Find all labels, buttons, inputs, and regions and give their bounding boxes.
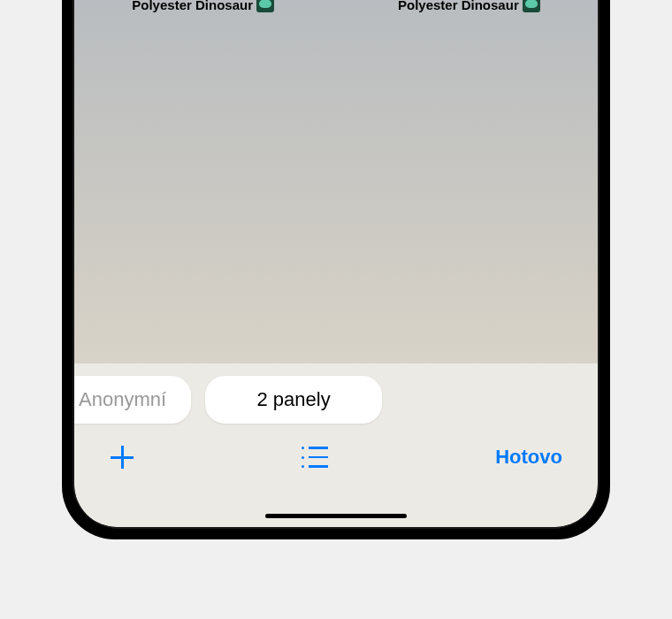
tab-count-label: 2 panely bbox=[256, 388, 330, 410]
done-button-label: Hotovo bbox=[495, 446, 562, 468]
tab-thumbnail-left[interactable]: Polyester Dinosaur bbox=[132, 0, 274, 12]
new-tab-button[interactable] bbox=[110, 445, 134, 470]
bottom-toolbar-area: Anonymní 2 panely bbox=[74, 363, 598, 527]
tabs-row: Polyester Dinosaur Polyester Dinosaur bbox=[74, 0, 598, 12]
bottom-toolbar: Hotovo bbox=[74, 424, 598, 470]
home-indicator[interactable] bbox=[265, 514, 407, 518]
private-browsing-pill[interactable]: Anonymní bbox=[74, 376, 191, 424]
phone-screen: Polyester Dinosaur Polyester Dinosaur An… bbox=[74, 0, 598, 527]
private-pill-label: Anonymní bbox=[79, 388, 166, 410]
tab-group-pills[interactable]: Anonymní 2 panely bbox=[74, 363, 549, 424]
dinosaur-favicon-icon bbox=[523, 0, 540, 12]
tab-title-left: Polyester Dinosaur bbox=[132, 0, 253, 12]
phone-frame: Polyester Dinosaur Polyester Dinosaur An… bbox=[62, 0, 610, 539]
tab-title-right: Polyester Dinosaur bbox=[398, 0, 519, 12]
phone-inner-bezel: Polyester Dinosaur Polyester Dinosaur An… bbox=[73, 0, 599, 529]
list-icon-line bbox=[302, 465, 328, 468]
tab-count-pill[interactable]: 2 panely bbox=[205, 376, 382, 424]
list-icon-line bbox=[302, 447, 328, 449]
tab-groups-list-button[interactable] bbox=[302, 447, 328, 468]
dinosaur-favicon-icon bbox=[256, 0, 274, 12]
done-button[interactable]: Hotovo bbox=[495, 446, 562, 469]
tab-thumbnail-right[interactable]: Polyester Dinosaur bbox=[398, 0, 540, 12]
list-icon-line bbox=[302, 456, 328, 459]
tab-overview-area[interactable]: Polyester Dinosaur Polyester Dinosaur bbox=[74, 0, 598, 363]
